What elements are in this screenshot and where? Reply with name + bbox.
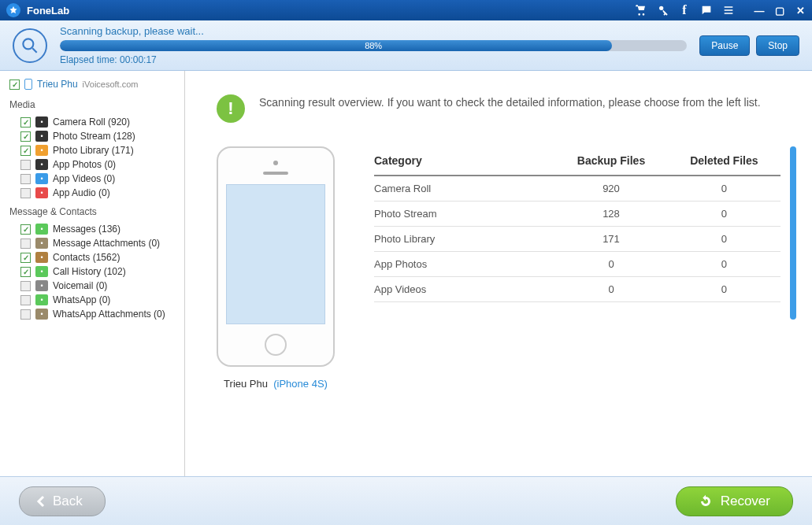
- app-logo-icon: [6, 3, 20, 17]
- sidebar-item[interactable]: •App Videos (0): [9, 172, 175, 186]
- sidebar-item[interactable]: •Message Attachments (0): [9, 236, 175, 250]
- table-row[interactable]: Camera Roll9200: [374, 176, 780, 201]
- close-button[interactable]: ✕: [795, 5, 806, 16]
- back-button[interactable]: Back: [19, 486, 106, 516]
- sidebar-item[interactable]: •Voicemail (0): [9, 279, 175, 293]
- phone-icon: •: [35, 266, 48, 277]
- sidebar-item[interactable]: •WhatsApp Attachments (0): [9, 307, 175, 321]
- progress-status-text: Scanning backup, please wait...: [60, 25, 687, 37]
- cell-backup: 0: [554, 258, 667, 270]
- chevron-left-icon: [35, 495, 45, 508]
- table-scrollbar[interactable]: [790, 146, 796, 320]
- maximize-button[interactable]: ▢: [774, 5, 785, 16]
- minimize-button[interactable]: —: [754, 5, 765, 16]
- table-row[interactable]: Photo Stream1280: [374, 201, 780, 227]
- sidebar-item[interactable]: •WhatsApp (0): [9, 293, 175, 307]
- cell-backup: 920: [554, 183, 667, 194]
- sidebar-item[interactable]: •App Photos (0): [9, 157, 175, 172]
- vm-icon: •: [35, 280, 48, 291]
- menu-icon[interactable]: [722, 4, 735, 17]
- app-title: FoneLab: [27, 5, 69, 17]
- item-label: Photo Library (171): [53, 145, 134, 156]
- item-label: WhatsApp Attachments (0): [53, 309, 165, 320]
- sidebar-item[interactable]: •Camera Roll (920): [9, 115, 175, 129]
- col-backup: Backup Files: [554, 154, 667, 167]
- device-selector[interactable]: Trieu Phu iVoicesoft.com: [9, 79, 175, 90]
- sidebar-item[interactable]: •Contacts (1562): [9, 250, 175, 264]
- cell-deleted: 0: [668, 258, 780, 270]
- progress-bar: 88%: [60, 40, 687, 51]
- item-checkbox[interactable]: [20, 253, 31, 263]
- cell-category: Camera Roll: [374, 183, 554, 194]
- cell-backup: 128: [554, 208, 667, 220]
- content-area: ! Scanning result overview. If you want …: [185, 71, 812, 476]
- cart-icon[interactable]: [634, 4, 647, 17]
- cell-deleted: 0: [668, 183, 780, 194]
- col-category: Category: [374, 154, 554, 167]
- table-row[interactable]: App Videos00: [374, 277, 780, 302]
- sidebar-item[interactable]: •Messages (136): [9, 222, 175, 236]
- item-checkbox[interactable]: [20, 131, 31, 142]
- results-table: Category Backup Files Deleted Files Came…: [374, 146, 780, 460]
- phone-label: Trieu Phu (iPhone 4S): [224, 378, 328, 390]
- cell-category: Photo Library: [374, 233, 554, 245]
- chat-icon[interactable]: [700, 4, 713, 17]
- recover-button[interactable]: Recover: [676, 486, 793, 516]
- item-label: Messages (136): [53, 224, 121, 235]
- sidebar-item[interactable]: •Call History (102): [9, 264, 175, 279]
- item-checkbox[interactable]: [20, 224, 31, 235]
- cell-backup: 0: [554, 283, 667, 295]
- item-checkbox[interactable]: [20, 146, 31, 156]
- flower-icon: •: [35, 145, 48, 156]
- item-label: Photo Stream (128): [53, 131, 135, 142]
- item-checkbox[interactable]: [20, 188, 31, 198]
- stop-button[interactable]: Stop: [756, 35, 799, 56]
- item-checkbox[interactable]: [20, 309, 31, 320]
- item-label: App Audio (0): [53, 187, 110, 198]
- cam-icon: •: [35, 116, 48, 128]
- cell-category: Photo Stream: [374, 208, 554, 220]
- item-label: Contacts (1562): [53, 252, 120, 263]
- cell-category: App Photos: [374, 258, 554, 270]
- section-media-header: Media: [9, 99, 175, 110]
- key-icon[interactable]: [656, 4, 669, 17]
- item-label: Call History (102): [53, 266, 126, 277]
- scan-icon: [13, 28, 47, 63]
- msg-icon: •: [35, 224, 48, 235]
- svg-point-0: [23, 39, 33, 49]
- col-deleted: Deleted Files: [668, 154, 780, 167]
- note-icon: •: [35, 187, 48, 198]
- elapsed-time: Elapsed time: 00:00:17: [60, 54, 687, 65]
- table-row[interactable]: Photo Library1710: [374, 227, 780, 252]
- cam-icon: •: [35, 131, 48, 142]
- progress-panel: Scanning backup, please wait... 88% Elap…: [0, 20, 812, 71]
- pause-button[interactable]: Pause: [699, 35, 750, 56]
- item-checkbox[interactable]: [20, 295, 31, 305]
- facebook-icon[interactable]: f: [678, 4, 691, 17]
- item-checkbox[interactable]: [20, 238, 31, 249]
- sidebar-item[interactable]: •Photo Library (171): [9, 143, 175, 157]
- item-label: App Videos (0): [53, 173, 115, 184]
- item-checkbox[interactable]: [20, 174, 31, 184]
- refresh-icon: [699, 494, 713, 508]
- sidebar-item[interactable]: •App Audio (0): [9, 186, 175, 200]
- item-checkbox[interactable]: [20, 267, 31, 277]
- clip-icon: •: [35, 238, 48, 249]
- vid-icon: •: [35, 173, 48, 184]
- item-label: Message Attachments (0): [53, 238, 160, 249]
- device-checkbox[interactable]: [9, 79, 20, 90]
- item-label: Voicemail (0): [53, 280, 107, 291]
- phone-icon: [24, 79, 32, 90]
- table-row[interactable]: App Photos00: [374, 252, 780, 277]
- clip-icon: •: [35, 309, 48, 320]
- item-checkbox[interactable]: [20, 281, 31, 291]
- phone-preview: [217, 146, 335, 367]
- cell-category: App Videos: [374, 283, 554, 295]
- item-checkbox[interactable]: [20, 160, 31, 170]
- cell-deleted: 0: [668, 208, 780, 220]
- device-subtitle: iVoicesoft.com: [83, 79, 139, 89]
- item-label: WhatsApp (0): [53, 294, 110, 305]
- item-label: App Photos (0): [53, 159, 116, 170]
- sidebar-item[interactable]: •Photo Stream (128): [9, 129, 175, 143]
- item-checkbox[interactable]: [20, 117, 31, 128]
